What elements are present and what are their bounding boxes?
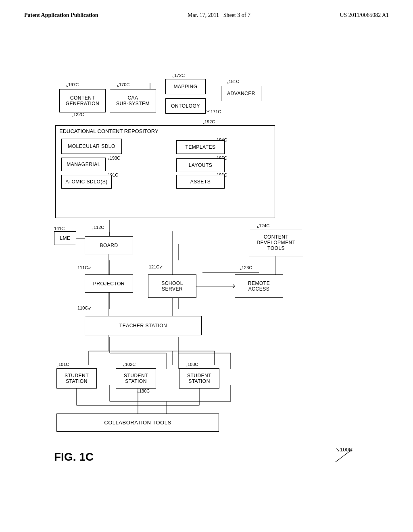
ref-112c: ⌞112C (92, 225, 104, 230)
ref-121c: 121C↙ (149, 264, 163, 270)
box-mapping: MAPPING (165, 79, 206, 94)
ref-192c: ⌞192C (202, 119, 215, 125)
box-school-server: SCHOOLSERVER (148, 274, 196, 298)
diagram-area: ⌞197C CONTENTGENERATION ⌞170C CAASUB-SYS… (29, 27, 384, 482)
ref-111c: 111C↙ (77, 265, 92, 270)
ref-170c: ⌞170C (117, 82, 129, 87)
box-content-dev-tools: CONTENTDEVELOPMENTTOOLS (249, 229, 303, 256)
fig-label: FIG. 1C (54, 451, 94, 463)
box-assets: ASSETS (176, 175, 225, 189)
ref-122c: ⌞122C (71, 112, 84, 117)
box-projector: PROJECTOR (85, 274, 133, 293)
box-student-3: STUDENTSTATION (179, 368, 219, 389)
box-lme: LME (54, 231, 76, 245)
ref-100c: ↘100C (336, 447, 353, 453)
header-center: Mar. 17, 2011 Sheet 3 of 7 (188, 12, 250, 19)
box-managerial: MANAGERIAL (61, 158, 106, 171)
ref-130c: ⌞130C (137, 389, 150, 394)
ref-103c: ⌞103C (186, 362, 198, 367)
ref-172c: ⌞172C (172, 73, 185, 78)
header-left: Patent Application Publication (24, 12, 98, 19)
box-student-2: STUDENTSTATION (116, 368, 156, 389)
ref-123c: ⌞123C (240, 265, 252, 270)
box-content-generation: CONTENTGENERATION (59, 89, 106, 112)
box-board: BOARD (85, 236, 133, 254)
box-teacher-station: TEACHER STATION (85, 316, 202, 335)
box-remote-access: REMOTEACCESS (235, 274, 283, 298)
ref-181c: ⌞181C (227, 79, 239, 84)
ref-101c: ⌞101C (56, 362, 69, 367)
header: Patent Application Publication Mar. 17, … (24, 12, 389, 19)
box-student-1: STUDENTSTATION (56, 368, 97, 389)
box-advancer: ADVANCER (221, 86, 261, 101)
box-molecular-sdlo: MOLECULAR SDLO (61, 139, 122, 154)
box-atomic-sdlo: ATOMIC SDLO(S) (61, 175, 112, 189)
ref-171c: ⌤171C (205, 109, 221, 114)
ref-141c: 141C (54, 226, 65, 231)
ref-124c: ⌞124C (257, 223, 269, 229)
box-caa-subsystem: CAASUB-SYSTEM (110, 89, 156, 112)
box-ontology: ONTOLOGY (165, 98, 206, 114)
box-templates: TEMPLATES (176, 140, 225, 154)
edu-repo-label: EDUCATIONAL CONTENT REPOSITORY (59, 128, 159, 134)
box-layouts: LAYOUTS (176, 158, 225, 172)
ref-102c: ⌞102C (123, 362, 136, 367)
page: Patent Application Publication Mar. 17, … (0, 0, 413, 532)
ref-110c: 110C↙ (77, 305, 92, 311)
ref-193c: ⌞193C (108, 156, 120, 161)
ref-197c: ⌞197C (66, 82, 79, 87)
box-collab-tools: COLLABORATION TOOLS (56, 414, 219, 432)
header-right: US 2011/0065082 A1 (340, 12, 389, 19)
